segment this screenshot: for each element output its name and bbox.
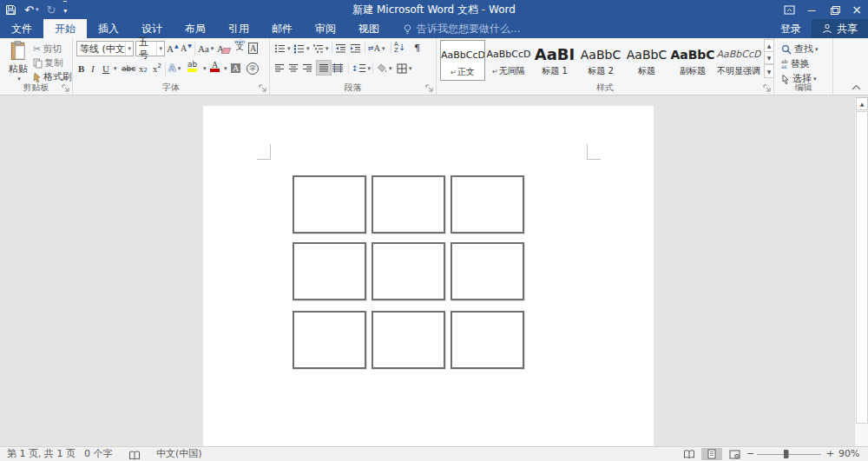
- character-border-button[interactable]: A: [248, 41, 258, 56]
- tab-home[interactable]: 开始: [43, 19, 87, 38]
- underline-button[interactable]: U: [102, 61, 109, 76]
- distribute-button[interactable]: [332, 61, 344, 76]
- numbering-button[interactable]: ▾: [293, 41, 310, 56]
- replace-button[interactable]: abac 替换: [781, 56, 810, 71]
- font-size-combo[interactable]: 五号 ▾: [135, 41, 165, 56]
- tab-layout[interactable]: 布局: [174, 19, 217, 38]
- web-layout-button[interactable]: [724, 448, 745, 460]
- shape-rectangle-7[interactable]: [293, 311, 366, 369]
- find-button[interactable]: 查找▾: [781, 42, 819, 56]
- tab-insert[interactable]: 插入: [87, 19, 130, 38]
- multilevel-list-button[interactable]: ▾: [312, 41, 329, 56]
- phonetic-guide-button[interactable]: wén 文: [234, 39, 245, 54]
- tell-me-box[interactable]: 告诉我您想要做什么...: [403, 19, 520, 38]
- shape-rectangle-9[interactable]: [450, 311, 524, 369]
- grow-font-button[interactable]: A▲: [167, 41, 179, 56]
- font-color-button[interactable]: A: [210, 61, 220, 76]
- ribbon-display-options-icon[interactable]: [778, 0, 800, 19]
- read-mode-button[interactable]: [679, 448, 700, 460]
- text-effects-button[interactable]: A▾: [168, 61, 181, 76]
- style-heading2[interactable]: AaBbC 标题 2: [578, 40, 623, 81]
- cut-button[interactable]: ✂ 剪切: [33, 42, 62, 56]
- word-count[interactable]: 0 个字: [84, 447, 113, 461]
- restore-button[interactable]: [823, 0, 845, 19]
- language-indicator[interactable]: 中文(中国): [156, 447, 202, 461]
- bullets-button[interactable]: ▾: [274, 41, 291, 56]
- tab-references[interactable]: 引用: [217, 19, 260, 38]
- scrollbar-up-arrow[interactable]: ▲: [856, 97, 868, 110]
- line-spacing-button[interactable]: ↕ ▾: [352, 61, 371, 76]
- font-size-dropdown-icon[interactable]: ▾: [156, 42, 164, 56]
- style-no-spacing[interactable]: AaBbCcD ↵无间隔: [486, 40, 531, 81]
- shape-rectangle-1[interactable]: [293, 175, 366, 234]
- paste-button[interactable]: 粘贴 ▾: [3, 41, 33, 82]
- tab-mailings[interactable]: 邮件: [260, 19, 304, 38]
- strikethrough-button[interactable]: abc: [122, 61, 135, 76]
- italic-button[interactable]: I: [91, 61, 95, 76]
- tab-file[interactable]: 文件: [0, 19, 43, 38]
- page-indicator[interactable]: 第 1 页, 共 1 页: [7, 447, 76, 461]
- share-button[interactable]: 共享: [812, 19, 868, 38]
- collapse-ribbon-icon[interactable]: [852, 84, 861, 90]
- shrink-font-button[interactable]: A▼: [181, 41, 192, 56]
- shape-rectangle-6[interactable]: [450, 242, 524, 300]
- tab-review[interactable]: 审阅: [304, 19, 347, 38]
- font-color-dropdown-icon[interactable]: ▾: [222, 61, 227, 76]
- proofing-icon[interactable]: [128, 449, 141, 461]
- font-name-combo[interactable]: 等线 (中文正 ▾: [76, 41, 134, 56]
- increase-indent-button[interactable]: [350, 41, 361, 56]
- shading-button[interactable]: ▾: [376, 61, 392, 76]
- tab-view[interactable]: 视图: [347, 19, 391, 38]
- style-heading1[interactable]: AaBI 标题 1: [532, 40, 577, 81]
- zoom-in-button[interactable]: +: [826, 447, 834, 461]
- style-subtle-emphasis[interactable]: AaBbCcD 不明显强调: [716, 40, 761, 81]
- decrease-indent-button[interactable]: [335, 41, 346, 56]
- shape-rectangle-2[interactable]: [372, 175, 445, 234]
- shape-rectangle-4[interactable]: [293, 242, 366, 300]
- shape-rectangle-8[interactable]: [372, 311, 445, 369]
- justify-button[interactable]: [316, 60, 332, 76]
- text-highlight-dropdown-icon[interactable]: ▾: [201, 61, 207, 76]
- character-shading-button[interactable]: A: [231, 61, 240, 76]
- minimize-button[interactable]: —: [800, 0, 823, 19]
- styles-dialog-launcher-icon[interactable]: [763, 84, 771, 92]
- sign-in-button[interactable]: 登录: [770, 22, 812, 36]
- change-case-button[interactable]: Aa▾: [198, 41, 214, 56]
- clipboard-dialog-launcher-icon[interactable]: [62, 84, 69, 92]
- underline-dropdown-icon[interactable]: ▾: [112, 61, 117, 76]
- bold-button[interactable]: B: [78, 61, 84, 76]
- paragraph-dialog-launcher-icon[interactable]: [425, 84, 433, 92]
- superscript-button[interactable]: x2: [153, 61, 161, 76]
- styles-more-button[interactable]: ▼: [764, 63, 774, 78]
- copy-button[interactable]: 复制: [33, 56, 63, 70]
- style-subtitle[interactable]: AaBbC 副标题: [670, 40, 715, 81]
- document-page[interactable]: [203, 106, 654, 446]
- align-right-button[interactable]: [302, 61, 312, 76]
- zoom-out-button[interactable]: −: [746, 447, 754, 461]
- show-hide-marks-button[interactable]: ¶: [414, 41, 420, 56]
- font-name-dropdown-icon[interactable]: ▾: [125, 42, 133, 56]
- document-area[interactable]: ▲: [0, 95, 868, 446]
- asian-layout-button[interactable]: ⇄A▾: [368, 41, 385, 56]
- zoom-slider-handle[interactable]: [784, 450, 788, 458]
- styles-scroll-up-button[interactable]: ▲: [764, 39, 774, 52]
- sort-button[interactable]: AZ ↓: [394, 40, 405, 55]
- subscript-button[interactable]: x2: [139, 61, 148, 76]
- style-title[interactable]: AaBbC 标题: [624, 40, 669, 81]
- print-layout-button[interactable]: [701, 448, 722, 460]
- style-normal[interactable]: AaBbCcD ↵正文: [440, 40, 485, 81]
- text-highlight-button[interactable]: ab: [187, 61, 197, 76]
- align-center-button[interactable]: [288, 61, 299, 76]
- shape-rectangle-5[interactable]: [372, 242, 445, 300]
- vertical-scrollbar[interactable]: ▲: [854, 97, 868, 446]
- close-button[interactable]: ×: [845, 0, 868, 19]
- enclose-characters-button[interactable]: 字: [247, 61, 259, 76]
- styles-scroll-down-button[interactable]: ▼: [764, 51, 774, 64]
- zoom-level[interactable]: 90%: [838, 447, 859, 461]
- borders-button[interactable]: ▾: [397, 61, 412, 76]
- zoom-slider-track[interactable]: [757, 454, 821, 455]
- align-left-button[interactable]: [274, 61, 285, 76]
- clear-formatting-button[interactable]: A: [217, 41, 230, 56]
- font-dialog-launcher-icon[interactable]: [259, 84, 266, 92]
- shape-rectangle-3[interactable]: [450, 175, 524, 234]
